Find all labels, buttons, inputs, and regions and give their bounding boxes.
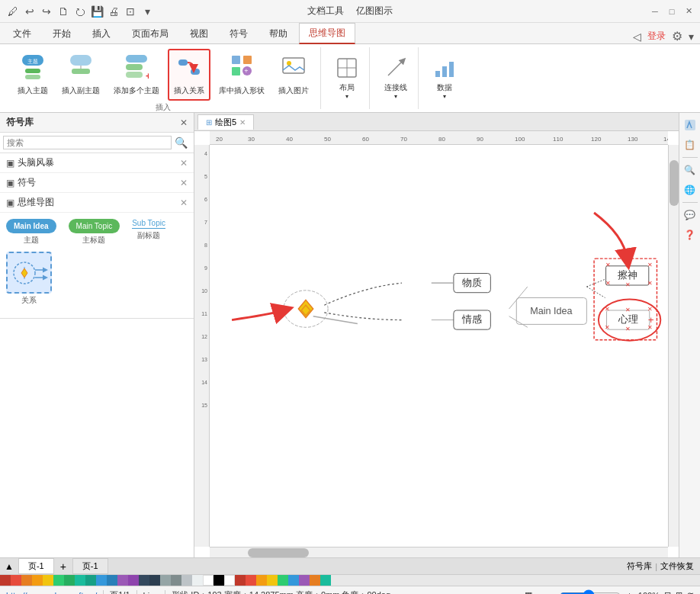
login-button[interactable]: 登录 [647, 30, 666, 43]
canvas-tab-drawing5[interactable]: ⊞ 绘图5 ✕ [197, 114, 254, 130]
scrollbar-right-thumb[interactable] [669, 160, 679, 206]
data-button[interactable]: 数据 ▾ [430, 55, 459, 102]
main-topic-shape[interactable]: Main Topic 主标题 [69, 219, 120, 246]
tab-mindmap[interactable]: 思维导图 [299, 23, 355, 44]
right-panel-pen-icon[interactable] [681, 116, 699, 134]
undo-icon[interactable]: ↩ [23, 5, 37, 18]
sidebar-cat-mindmap[interactable]: ▣ 思维导图 ✕ [0, 193, 194, 213]
drawing-tab-close-icon[interactable]: ✕ [239, 118, 246, 127]
settings-icon[interactable]: ⚙ [672, 29, 682, 43]
color-swatch-red2[interactable] [235, 575, 246, 586]
color-swatch-purple2[interactable] [299, 575, 310, 586]
color-swatch-purple[interactable] [117, 575, 128, 586]
insert-shape-button[interactable]: + 库中插入形状 [214, 50, 270, 100]
tab-help[interactable]: 帮助 [259, 24, 297, 43]
zoom-slider[interactable] [560, 589, 621, 595]
more-settings-icon[interactable]: ▾ [689, 31, 694, 43]
color-swatch-darkpurple[interactable] [128, 575, 139, 586]
color-swatch-white2[interactable] [224, 575, 235, 586]
right-panel-clipboard-icon[interactable]: 📋 [681, 136, 699, 154]
sidebar-cat-symbol[interactable]: ▣ 符号 ✕ [0, 173, 194, 193]
new-icon[interactable]: 🗋 [56, 5, 70, 18]
tab-insert[interactable]: 插入 [82, 24, 120, 43]
redo-icon[interactable]: ↪ [40, 5, 53, 18]
color-swatch-darkorange[interactable] [32, 575, 43, 586]
status-view-icon[interactable]: ⊞ [676, 590, 682, 594]
color-swatch-green[interactable] [53, 575, 64, 586]
color-swatch-navy[interactable] [139, 575, 149, 586]
color-swatch-yellow2[interactable] [267, 575, 278, 586]
right-panel-search-icon[interactable]: 🔍 [681, 161, 699, 179]
color-swatch-green2[interactable] [278, 575, 288, 586]
right-panel-globe-icon[interactable]: 🌐 [681, 181, 699, 199]
main-idea-shape[interactable]: Main Idea 主题 [6, 219, 56, 246]
data-dropdown[interactable]: ▾ [443, 93, 446, 100]
mindmap-close-icon[interactable]: ✕ [180, 197, 188, 208]
color-swatch-blue2[interactable] [288, 575, 299, 586]
color-swatch-teal[interactable] [75, 575, 85, 586]
refresh-icon[interactable]: ⭮ [73, 5, 87, 18]
sidebar-search-input[interactable] [3, 136, 172, 149]
right-panel-help-icon[interactable]: ❓ [681, 226, 699, 244]
tab-symbol[interactable]: 符号 [220, 24, 258, 43]
bottom-tab-symbols[interactable]: 符号库 [627, 560, 652, 572]
color-swatch-darknavy[interactable] [149, 575, 160, 586]
color-swatch-darkgreen[interactable] [64, 575, 75, 586]
insert-image-button[interactable]: 插入图片 [273, 50, 314, 100]
bottom-tab-recovery[interactable]: 文件恢复 [660, 560, 694, 572]
status-url[interactable]: http://www.edrawsoft.cn/ [6, 591, 97, 595]
relation-shape[interactable]: 关系 [6, 252, 52, 306]
status-zoom-out-icon[interactable]: － [547, 589, 555, 594]
minimize-button[interactable]: ─ [650, 6, 660, 17]
color-swatch-darkgray[interactable] [171, 575, 181, 586]
canvas-container[interactable]: 20 30 40 50 60 70 80 90 100 110 120 130 … [194, 131, 679, 557]
color-swatch-yellow[interactable] [43, 575, 53, 586]
color-swatch-gray[interactable] [160, 575, 171, 586]
insert-sub-theme-button[interactable]: 插入副主题 [56, 50, 105, 100]
status-more-icon[interactable]: ≋ [687, 590, 694, 594]
color-swatch-nearwhite[interactable] [192, 575, 203, 586]
sidebar-cat-brainstorm[interactable]: ▣ 头脑风暴 ✕ [0, 153, 194, 173]
scrollbar-right[interactable] [668, 145, 679, 547]
symbol-close-icon[interactable]: ✕ [180, 178, 188, 188]
status-zoom-in-icon[interactable]: ＋ [625, 589, 634, 594]
insert-theme-button[interactable]: 主题 插入主题 [12, 50, 53, 100]
status-grid-icon[interactable]: ▦ [525, 590, 532, 594]
page-tab-1[interactable]: 页-1 [18, 558, 54, 574]
color-swatch-lightred2[interactable] [246, 575, 256, 586]
print-icon[interactable]: 🖨 [107, 5, 120, 18]
close-button[interactable]: ✕ [683, 6, 694, 17]
color-bar[interactable] [0, 575, 700, 586]
sub-topic-shape[interactable]: Sub Topic 副标题 [132, 219, 165, 241]
color-swatch-lightred[interactable] [11, 575, 21, 586]
color-swatch-white[interactable] [203, 575, 214, 586]
tab-start[interactable]: 开始 [43, 24, 81, 43]
color-swatch-black[interactable] [214, 575, 224, 586]
tab-file[interactable]: 文件 [3, 24, 41, 43]
page-tab-2[interactable]: 页-1 [72, 558, 108, 574]
layout-dropdown[interactable]: ▾ [345, 93, 348, 100]
search-icon[interactable]: 🔍 [172, 136, 191, 149]
tab-view[interactable]: 视图 [180, 24, 218, 43]
color-swatch-red[interactable] [0, 575, 11, 586]
canvas-drawing-area[interactable]: 物质 情感 Main Idea 擦神 ✕ ✕ ✕ ✕ ✕ [210, 145, 668, 547]
scrollbar-thumb[interactable] [248, 548, 309, 557]
color-swatch-darkblue[interactable] [107, 575, 117, 586]
right-panel-chat-icon[interactable]: 💬 [681, 206, 699, 224]
add-topics-button[interactable]: + 添加多个主题 [108, 50, 165, 100]
color-swatch-lightgray[interactable] [181, 575, 192, 586]
export-icon[interactable]: ⊡ [124, 5, 137, 18]
share-icon[interactable]: ◁ [633, 31, 641, 43]
brainstorm-close-icon[interactable]: ✕ [180, 158, 188, 169]
color-swatch-teal2[interactable] [320, 575, 331, 586]
save-icon[interactable]: 💾 [90, 5, 104, 18]
tab-page-layout[interactable]: 页面布局 [122, 24, 178, 43]
status-list-icon[interactable]: ≡ [537, 591, 541, 595]
maximize-button[interactable]: □ [666, 6, 677, 17]
page-nav-up-icon[interactable]: ▲ [0, 560, 18, 573]
color-swatch-orange2[interactable] [256, 575, 267, 586]
connector-dropdown[interactable]: ▾ [394, 93, 397, 100]
connector-button[interactable]: 连接线 ▾ [381, 55, 411, 102]
dropdown-icon[interactable]: ▾ [140, 5, 154, 18]
status-fit-icon[interactable]: ⊡ [664, 590, 671, 594]
